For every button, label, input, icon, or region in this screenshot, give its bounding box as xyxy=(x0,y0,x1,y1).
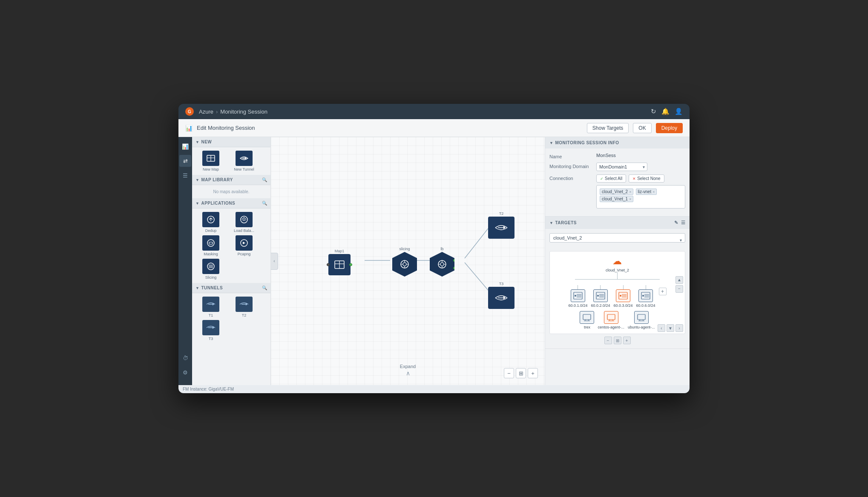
topo-vm-centos-node[interactable]: centos-agent-... xyxy=(598,311,624,329)
t2-canvas-label: T2 xyxy=(499,211,504,216)
domain-select[interactable]: MonDomain1 xyxy=(596,163,647,171)
domain-form-label: Monitoring Domain xyxy=(549,163,596,169)
topo-subnet-4-node[interactable]: 60.0.6.0/24 xyxy=(636,289,655,308)
canvas-node-lb[interactable]: lb xyxy=(430,247,454,277)
topo-subnet-4-col: 60.0.6.0/24 xyxy=(636,279,655,308)
sidebar-item-tunnel-t3[interactable]: T3 xyxy=(195,320,226,341)
sidebar-item-dedup[interactable]: Dedup xyxy=(195,212,226,233)
topo-subnet-2-node[interactable]: 60.0.2.0/24 xyxy=(591,289,610,308)
new-items-grid: New Map New Tunnel xyxy=(192,147,270,175)
topo-scroll-up-button[interactable]: ▲ xyxy=(675,276,683,284)
sidebar-item-tunnel-t1[interactable]: T1 xyxy=(195,297,226,317)
topo-vm-ubuntu-node[interactable]: ubuntu-agent-... xyxy=(628,311,655,329)
show-targets-button[interactable]: Show Targets xyxy=(587,123,629,133)
user-menu-icon[interactable]: 👤 xyxy=(675,108,683,115)
topo-nav-left-button[interactable]: ‹ xyxy=(658,324,665,332)
nav-dashboard-icon[interactable]: 📊 xyxy=(179,140,191,152)
sidebar-item-pcapng[interactable]: Pcapng xyxy=(229,235,259,256)
svg-rect-8 xyxy=(209,242,213,244)
topo-vert-line-2 xyxy=(600,285,601,289)
dedup-label: Dedup xyxy=(205,229,217,233)
sidebar-item-new-tunnel[interactable]: New Tunnel xyxy=(229,151,259,171)
canvas-node-t2[interactable]: T2 xyxy=(488,211,514,239)
load-balance-label: Load Bala... xyxy=(234,229,254,233)
form-row-domain: Monitoring Domain MonDomain1 xyxy=(549,163,685,171)
canvas-zoom-out-button[interactable]: − xyxy=(504,368,514,378)
canvas-zoom-in-button[interactable]: + xyxy=(528,368,538,378)
map-library-search-icon[interactable]: 🔍 xyxy=(262,177,267,182)
canvas-fit-button[interactable]: ⊞ xyxy=(516,368,526,378)
sidebar-item-masking[interactable]: Masking xyxy=(195,235,226,256)
topo-vm-trex-node[interactable]: trex xyxy=(580,311,594,329)
vm-trex-icon-box xyxy=(580,311,594,324)
toolbar: 📊 Edit Monitoring Session Show Targets O… xyxy=(178,119,690,137)
nav-settings-icon[interactable]: ⚙ xyxy=(179,366,191,378)
sidebar-item-load-balance[interactable]: Load Bala... xyxy=(229,212,259,233)
subnet-3-label: 60.0.3.0/24 xyxy=(614,303,633,308)
topo-subnet-1-node[interactable]: 60.0.1.0/24 xyxy=(568,289,587,308)
lb-box[interactable] xyxy=(430,252,454,277)
topo-root-container: ☁ cloud_Vnet_2 xyxy=(554,256,681,329)
t2-box[interactable] xyxy=(488,217,514,239)
topo-root-node[interactable]: ☁ cloud_Vnet_2 xyxy=(606,256,629,272)
topo-fullscreen-button[interactable]: ⊞ xyxy=(614,337,621,344)
tag-cloud-vnet-2-remove[interactable]: × xyxy=(629,190,631,194)
nav-flow-icon[interactable]: ⇄ xyxy=(179,155,191,167)
sidebar-item-new-map[interactable]: New Map xyxy=(195,151,226,171)
canvas-node-slicing[interactable]: slicing xyxy=(392,247,417,277)
topo-nav-down-button[interactable]: ▼ xyxy=(667,324,674,332)
app-window: G Azure › Monitoring Session ↻ 🔔 👤 📊 Edi… xyxy=(178,104,690,393)
applications-arrow: ▼ xyxy=(195,201,199,206)
topo-nav-controls: ‹ ▼ › xyxy=(658,324,683,332)
bottom-bar: FM Instance: GigaVUE-FM xyxy=(178,385,690,393)
nav-list-icon[interactable]: ☰ xyxy=(179,169,191,181)
tag-cloud-vnet-1-remove[interactable]: × xyxy=(629,197,631,201)
canvas-node-map1[interactable]: Map1 xyxy=(328,249,351,275)
sidebar-item-slicing[interactable]: Slicing xyxy=(195,259,226,280)
ok-button[interactable]: OK xyxy=(633,123,651,133)
tunnels-search-icon[interactable]: 🔍 xyxy=(262,286,267,290)
targets-edit-icon[interactable]: ✎ xyxy=(674,220,678,226)
canvas-expand-button[interactable]: Expand ∧ xyxy=(400,364,416,377)
canvas-area: ‹ Map1 xyxy=(271,137,545,385)
svg-point-7 xyxy=(207,240,214,246)
bell-icon[interactable]: 🔔 xyxy=(661,108,670,115)
select-none-button[interactable]: ✕ Select None xyxy=(629,174,664,183)
map-library-arrow: ▼ xyxy=(195,178,199,182)
refresh-icon[interactable]: ↻ xyxy=(651,108,656,115)
sidebar-item-tunnel-t2[interactable]: T2 xyxy=(229,297,259,317)
topo-plus-icon[interactable]: + xyxy=(659,288,667,295)
canvas-collapse-button[interactable]: ‹ xyxy=(271,253,278,270)
topo-zoom-out-button[interactable]: − xyxy=(604,337,612,344)
subnet-1-icon-box xyxy=(571,289,585,302)
topo-h-connector xyxy=(575,279,659,280)
breadcrumb-page: Monitoring Session xyxy=(220,109,267,115)
topo-zoom-in-button[interactable]: + xyxy=(623,337,631,344)
applications-search-icon[interactable]: 🔍 xyxy=(262,201,267,206)
nav-history-icon[interactable]: ⏱ xyxy=(179,352,191,364)
vm-ubuntu-icon-box xyxy=(634,311,649,324)
tunnel-t1-label: T1 xyxy=(209,313,213,317)
topo-subnet-3-node[interactable]: 60.0.3.0/24 xyxy=(614,289,633,308)
map1-box[interactable] xyxy=(328,254,351,275)
t3-box[interactable] xyxy=(488,287,514,309)
select-all-button[interactable]: ✓ Select All xyxy=(596,174,626,183)
topo-subnet-3-col: 60.0.3.0/24 xyxy=(614,279,633,308)
topo-nav-right-button[interactable]: › xyxy=(675,324,683,332)
topo-vm-3-col: ubuntu-agent-... xyxy=(628,311,655,329)
topo-scroll-minus-button[interactable]: − xyxy=(675,285,683,293)
left-nav: 📊 ⇄ ☰ ⏱ ⚙ xyxy=(178,137,192,385)
topo-add-button[interactable]: + xyxy=(659,288,667,295)
targets-dropdown[interactable]: cloud_Vnet_2 xyxy=(549,233,685,243)
canvas-node-t3[interactable]: T3 xyxy=(488,282,514,309)
vm-centos-label: centos-agent-... xyxy=(598,325,624,329)
new-section-label: NEW xyxy=(201,140,212,144)
slicing-box[interactable] xyxy=(392,252,417,277)
svg-line-23 xyxy=(465,263,488,290)
tag-liz-vnet-remove[interactable]: × xyxy=(652,190,655,194)
connection-form-label: Connection xyxy=(549,174,596,181)
name-form-label: Name xyxy=(549,153,596,159)
deploy-button[interactable]: Deploy xyxy=(656,123,683,133)
targets-list-icon[interactable]: ☰ xyxy=(681,220,686,226)
map1-left-port xyxy=(327,263,330,266)
